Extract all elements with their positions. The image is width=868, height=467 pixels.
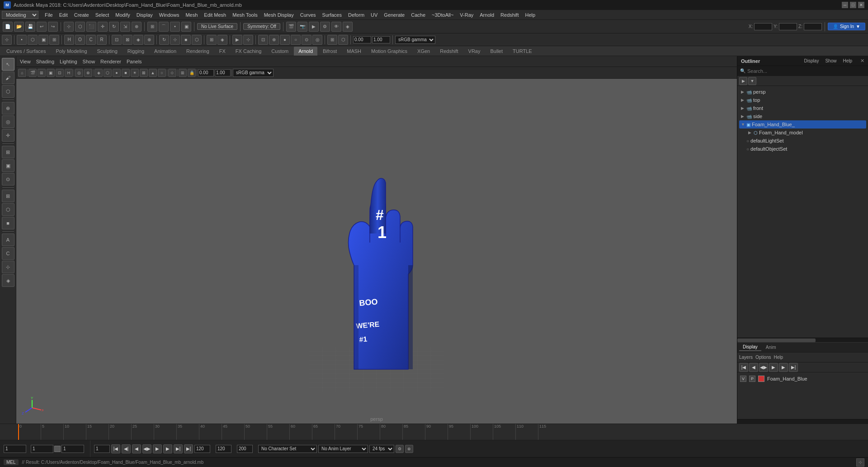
tab-redshift[interactable]: Redshift bbox=[435, 47, 462, 56]
window-controls[interactable]: ─ □ ✕ bbox=[842, 2, 864, 8]
menu-select[interactable]: Select bbox=[93, 11, 112, 19]
mode-selector[interactable]: Modeling Rigging Animation FX Rendering bbox=[2, 11, 38, 19]
current-frame-input[interactable] bbox=[4, 445, 26, 453]
x-input[interactable] bbox=[754, 23, 772, 30]
vp-home-btn[interactable]: ⌂ bbox=[18, 69, 26, 77]
tree-item-top[interactable]: ▶ 📹 top bbox=[739, 96, 866, 104]
menu-redshift[interactable]: Redshift bbox=[498, 11, 521, 19]
menu-generate[interactable]: Generate bbox=[381, 11, 407, 19]
lower-sub-help[interactable]: Help bbox=[774, 355, 783, 360]
play-forward-button[interactable]: ▶ bbox=[153, 444, 162, 453]
toggle1-btn[interactable]: ⊞ bbox=[207, 35, 217, 45]
frame-input2[interactable] bbox=[31, 445, 53, 453]
sel-root-btn[interactable]: R bbox=[97, 35, 107, 45]
tab-bullet[interactable]: Bullet bbox=[486, 47, 508, 56]
lower-sub-options[interactable]: Options bbox=[755, 355, 771, 360]
render-frame-button[interactable]: 🎬 bbox=[286, 22, 296, 32]
tree-item-side[interactable]: ▶ 📹 side bbox=[739, 112, 866, 120]
uvmap-btn[interactable]: ⊞ bbox=[49, 35, 59, 45]
vp-anim-btn[interactable]: ⊹ bbox=[168, 69, 176, 77]
value2-input[interactable] bbox=[372, 36, 390, 43]
value1-input[interactable] bbox=[353, 36, 371, 43]
viewport-panels-menu[interactable]: Panels bbox=[125, 58, 144, 65]
misc1-btn[interactable]: ⊡ bbox=[258, 35, 268, 45]
menu-mesh-display[interactable]: Mesh Display bbox=[261, 11, 297, 19]
menu-windows[interactable]: Windows bbox=[156, 11, 182, 19]
menu-edit[interactable]: Edit bbox=[57, 11, 71, 19]
paint-select-button[interactable]: ⬛ bbox=[86, 22, 96, 32]
lower-play-rev[interactable]: ◀▶ bbox=[759, 363, 768, 372]
vp-light-btn[interactable]: ☀ bbox=[131, 69, 139, 77]
menu-uv[interactable]: UV bbox=[368, 11, 380, 19]
gamma-display-select[interactable]: sRGB gamma bbox=[233, 69, 274, 77]
lasso-tool[interactable]: ⬡ bbox=[2, 85, 14, 98]
snap3-btn[interactable]: ◈ bbox=[133, 35, 143, 45]
outliner-help-menu[interactable]: Help bbox=[841, 58, 854, 64]
menu-modify[interactable]: Modify bbox=[113, 11, 132, 19]
menu-vray[interactable]: V-Ray bbox=[457, 11, 476, 19]
open-button[interactable]: 📂 bbox=[14, 22, 24, 32]
vp-tex-btn[interactable]: ⊠ bbox=[140, 69, 148, 77]
lower-play-fwd[interactable]: ▶ bbox=[769, 363, 778, 372]
sign-in-button[interactable]: 👤 Sign In ▼ bbox=[828, 23, 865, 30]
snap-tool[interactable]: ⊕ bbox=[2, 102, 14, 114]
vp-shadow-btn[interactable]: ▲ bbox=[149, 69, 157, 77]
lower-prev-key[interactable]: |◀ bbox=[739, 363, 748, 372]
menu-mesh[interactable]: Mesh bbox=[183, 11, 200, 19]
tab-fx-caching[interactable]: FX Caching bbox=[231, 47, 266, 56]
redo-button[interactable]: ↪ bbox=[48, 22, 58, 32]
sel-comp-btn[interactable]: C bbox=[86, 35, 96, 45]
vp-value2-input[interactable] bbox=[215, 69, 231, 76]
minimize-button[interactable]: ─ bbox=[842, 2, 848, 8]
lower-tab-display[interactable]: Display bbox=[739, 343, 761, 351]
outliner-close-btn[interactable]: ✕ bbox=[860, 58, 864, 64]
z-input[interactable] bbox=[804, 23, 822, 30]
tool-channel[interactable]: C bbox=[2, 247, 14, 260]
go-to-end-button[interactable]: ▶| bbox=[184, 444, 193, 453]
menu-help[interactable]: Help bbox=[522, 11, 538, 19]
paint-tool[interactable]: 🖌 bbox=[2, 71, 14, 84]
vp-cam-btn[interactable]: 🎬 bbox=[28, 69, 37, 77]
tool-grid[interactable]: ⊞ bbox=[2, 190, 14, 202]
playback-end-input[interactable] bbox=[216, 445, 231, 453]
outliner-h-scrollbar[interactable] bbox=[737, 338, 868, 342]
display-layer-tool[interactable]: ⊞ bbox=[2, 146, 14, 158]
vp-grid-toggle[interactable]: ⊞ bbox=[179, 69, 187, 77]
next-frame-button[interactable]: ▶ bbox=[163, 444, 172, 453]
vp-gate-btn[interactable]: ◎ bbox=[75, 69, 83, 77]
viewport-renderer-menu[interactable]: Renderer bbox=[99, 58, 123, 65]
play-reverse-button[interactable]: ◀▶ bbox=[142, 444, 151, 453]
viewport-shading-menu[interactable]: Shading bbox=[34, 58, 56, 65]
vp-value1-input[interactable] bbox=[198, 69, 214, 76]
vp-gate2-btn[interactable]: ⊕ bbox=[84, 69, 92, 77]
rigging-btn[interactable]: ⬡ bbox=[192, 35, 202, 45]
hypershade-button[interactable]: ◈ bbox=[343, 22, 353, 32]
move-button[interactable]: ✛ bbox=[98, 22, 108, 32]
vp-wire-btn[interactable]: ⬡ bbox=[104, 69, 112, 77]
edge-btn[interactable]: ⬡ bbox=[28, 35, 38, 45]
tool-custom2[interactable]: ◈ bbox=[2, 274, 14, 287]
tab-arnold[interactable]: Arnold bbox=[294, 47, 317, 56]
sel-obj-btn[interactable]: O bbox=[75, 35, 85, 45]
render-layer-tool[interactable]: ▣ bbox=[2, 159, 14, 172]
status-bar-expand-btn[interactable]: ⊹ bbox=[856, 458, 864, 467]
tool-custom1[interactable]: ⊹ bbox=[2, 261, 14, 273]
tab-custom[interactable]: Custom bbox=[267, 47, 293, 56]
pivot-tool[interactable]: ✛ bbox=[2, 129, 14, 142]
snap-curve-button[interactable]: ⌒ bbox=[159, 22, 169, 32]
vp-smooth-btn[interactable]: ● bbox=[113, 69, 121, 77]
tab-poly-modeling[interactable]: Poly Modeling bbox=[51, 47, 91, 56]
snap1-btn[interactable]: ⊡ bbox=[112, 35, 122, 45]
layer-playback-p[interactable]: P bbox=[749, 376, 755, 382]
menu-cache[interactable]: Cache bbox=[408, 11, 428, 19]
viewport-lighting-menu[interactable]: Lighting bbox=[58, 58, 79, 65]
tab-sculpting[interactable]: Sculpting bbox=[93, 47, 122, 56]
playback-options-btn[interactable]: ⚙ bbox=[396, 445, 404, 453]
fps-select[interactable]: 24 fps 30 fps bbox=[369, 445, 394, 453]
tab-animation[interactable]: Animation bbox=[150, 47, 181, 56]
vp-ortho-btn[interactable]: ⊞ bbox=[38, 69, 46, 77]
lower-next-key[interactable]: ▶| bbox=[789, 363, 798, 372]
rotate-button[interactable]: ↻ bbox=[109, 22, 119, 32]
select-mode-btn[interactable]: ⊹ bbox=[2, 35, 12, 45]
range-end-input[interactable] bbox=[194, 445, 210, 453]
